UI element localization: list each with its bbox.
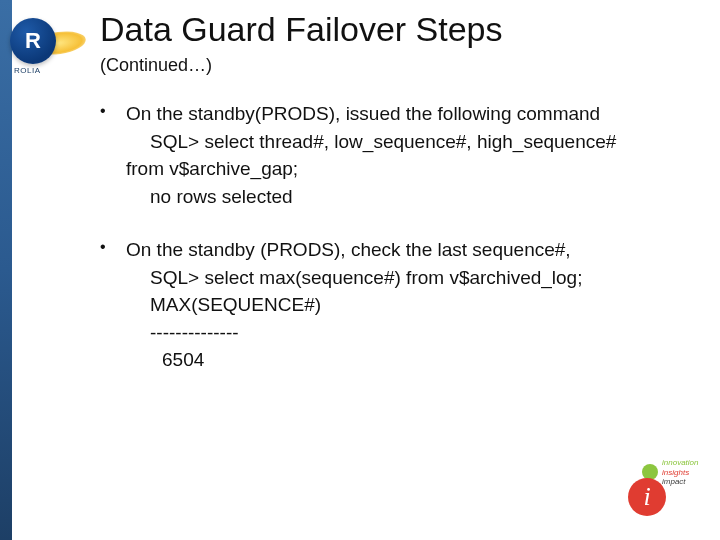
logo-word-1: innovation xyxy=(662,458,698,468)
bullet-lead: On the standby(PRODS), issued the follow… xyxy=(126,100,700,128)
logo-label: ROLIA xyxy=(14,66,41,75)
top-left-logo: R ROLIA xyxy=(10,18,82,66)
code-line: no rows selected xyxy=(126,183,700,211)
bullet-marker-icon: • xyxy=(100,236,126,374)
code-line: 6504 xyxy=(126,346,700,374)
slide-title: Data Guard Failover Steps xyxy=(100,10,700,49)
bullet-item: •On the standby (PRODS), check the last … xyxy=(100,236,700,374)
slide-content: Data Guard Failover Steps (Continued…) •… xyxy=(100,10,700,400)
side-stripe xyxy=(0,0,12,540)
logo-words: innovation insights impact xyxy=(662,458,698,487)
i-bubble-icon: i xyxy=(628,478,666,516)
bullet-lead: On the standby (PRODS), check the last s… xyxy=(126,236,700,264)
bottom-right-logo: i innovation insights impact xyxy=(628,456,698,526)
logo-word-2: insights xyxy=(662,468,698,478)
bullet-body: On the standby (PRODS), check the last s… xyxy=(126,236,700,374)
code-line: SQL> select thread#, low_sequence#, high… xyxy=(126,128,700,156)
code-line: from v$archive_gap; xyxy=(126,155,700,183)
bullet-body: On the standby(PRODS), issued the follow… xyxy=(126,100,700,210)
bullet-list: •On the standby(PRODS), issued the follo… xyxy=(100,100,700,374)
code-line: -------------- xyxy=(126,319,700,347)
code-line: MAX(SEQUENCE#) xyxy=(126,291,700,319)
bullet-marker-icon: • xyxy=(100,100,126,210)
code-line: SQL> select max(sequence#) from v$archiv… xyxy=(126,264,700,292)
bullet-item: •On the standby(PRODS), issued the follo… xyxy=(100,100,700,210)
slide-subtitle: (Continued…) xyxy=(100,55,700,76)
logo-circle-icon: R xyxy=(10,18,56,64)
logo-word-3: impact xyxy=(662,477,698,487)
